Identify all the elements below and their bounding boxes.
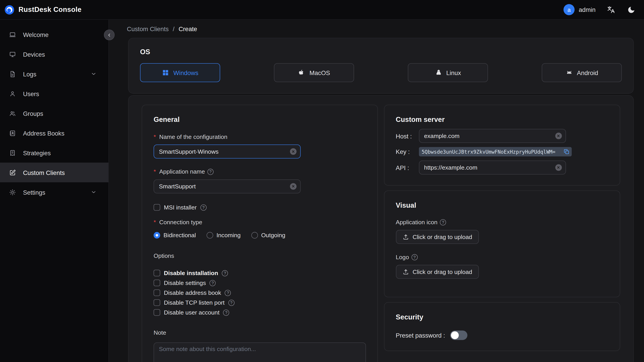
linux-penguin-icon xyxy=(435,69,442,76)
api-row: API : × xyxy=(396,160,608,174)
config-name-field: × xyxy=(154,144,301,158)
sidebar-item-custom-clients[interactable]: Custom Clients xyxy=(0,163,108,182)
config-name-input[interactable] xyxy=(154,144,301,158)
user-menu[interactable]: a admin xyxy=(564,4,596,15)
api-input[interactable] xyxy=(419,160,566,174)
sidebar-collapse-button[interactable] xyxy=(104,30,115,40)
topbar: RustDesk Console a admin xyxy=(0,0,644,20)
application-icon-label: Application icon ? xyxy=(396,219,608,225)
config-name-label: * Name of the configuration xyxy=(154,134,366,140)
translate-icon xyxy=(606,6,615,14)
sidebar-item-devices[interactable]: Devices xyxy=(0,44,108,64)
brand: RustDesk Console xyxy=(4,4,81,15)
msi-installer-checkbox[interactable] xyxy=(154,204,160,210)
required-asterisk: * xyxy=(154,219,156,225)
os-option-android[interactable]: Android xyxy=(542,63,622,82)
sidebar-item-groups[interactable]: Groups xyxy=(0,104,108,123)
api-field: × xyxy=(419,160,566,174)
android-icon xyxy=(565,69,573,76)
help-icon[interactable]: ? xyxy=(200,204,206,210)
sidebar-item-address-books[interactable]: Address Books xyxy=(0,123,108,143)
visual-title: Visual xyxy=(396,202,608,210)
help-icon[interactable]: ? xyxy=(222,270,228,276)
radio-outgoing[interactable]: Outgoing xyxy=(251,232,285,238)
disable-settings-checkbox[interactable] xyxy=(154,280,160,286)
options-checkbox-list: Disable installation ? Disable settings … xyxy=(154,268,366,318)
disable-installation-checkbox[interactable] xyxy=(154,270,160,276)
sidebar-item-users[interactable]: Users xyxy=(0,84,108,104)
radio-incoming[interactable]: Incoming xyxy=(206,232,241,238)
clear-icon[interactable]: × xyxy=(555,132,562,139)
edit-square-icon xyxy=(9,169,16,176)
theme-toggle-button[interactable] xyxy=(626,4,636,15)
key-label: Key : xyxy=(396,148,419,155)
windows-icon xyxy=(162,69,169,76)
os-option-label: MacOS xyxy=(310,69,330,76)
disable-address-book-checkbox[interactable] xyxy=(154,290,160,296)
address-book-icon xyxy=(9,130,16,136)
clear-icon[interactable]: × xyxy=(555,164,562,171)
sidebar-item-welcome[interactable]: Welcome xyxy=(0,25,108,44)
host-label: Host : xyxy=(396,132,419,139)
clear-icon[interactable]: × xyxy=(290,183,296,190)
general-section: General * Name of the configuration × * … xyxy=(142,104,378,362)
preset-password-toggle[interactable] xyxy=(450,330,467,340)
host-row: Host : × xyxy=(396,129,608,143)
app-name-label: * Application name ? xyxy=(154,168,366,175)
sidebar-item-label: Welcome xyxy=(23,31,48,38)
help-icon[interactable]: ? xyxy=(440,219,446,225)
help-icon[interactable]: ? xyxy=(223,309,229,316)
help-icon[interactable]: ? xyxy=(225,290,231,296)
required-asterisk: * xyxy=(154,168,156,175)
disable-user-account-row: Disable user account ? xyxy=(154,308,366,318)
disable-tcp-listen-port-row: Disable TCP listen port ? xyxy=(154,298,366,308)
app-icon-upload-button[interactable]: Click or drag to upload xyxy=(396,230,479,244)
topbar-right: a admin xyxy=(564,4,636,15)
breadcrumb-current: Create xyxy=(178,26,197,32)
logo-upload-button[interactable]: Click or drag to upload xyxy=(396,265,479,279)
right-column: Custom server Host : × Key : 5Qbwsde3un xyxy=(384,104,620,351)
preset-password-label: Preset password : xyxy=(396,332,445,339)
help-icon[interactable]: ? xyxy=(207,168,213,174)
app-name-input[interactable] xyxy=(154,180,301,193)
breadcrumb-parent[interactable]: Custom Clients xyxy=(127,26,168,32)
language-button[interactable] xyxy=(606,4,616,15)
general-title: General xyxy=(154,116,366,124)
key-value-box: 5Qbwsde3unUcJBtrx9ZkvUmwFNoExHzpryHuPUdq… xyxy=(419,147,572,156)
os-card-title: OS xyxy=(140,48,622,56)
clear-icon[interactable]: × xyxy=(290,148,296,155)
preset-password-row: Preset password : xyxy=(396,330,608,340)
sidebar-item-label: Devices xyxy=(23,51,45,58)
sidebar-item-label: Users xyxy=(23,90,39,97)
visual-section: Visual Application icon ? Click or drag … xyxy=(384,190,620,297)
host-input[interactable] xyxy=(419,129,566,143)
security-title: Security xyxy=(396,314,608,322)
api-label: API : xyxy=(396,164,419,171)
note-textarea[interactable] xyxy=(154,342,366,362)
help-icon[interactable]: ? xyxy=(210,280,216,286)
sidebar-item-strategies[interactable]: Strategies xyxy=(0,143,108,163)
sidebar: Welcome Devices Logs xyxy=(0,20,109,362)
help-icon[interactable]: ? xyxy=(228,300,234,306)
main-content: Custom Clients / Create OS Windows xyxy=(109,20,644,362)
sidebar-item-logs[interactable]: Logs xyxy=(0,64,108,84)
copy-icon[interactable] xyxy=(563,149,570,155)
chevron-down-icon xyxy=(90,189,97,195)
help-icon[interactable]: ? xyxy=(412,254,418,260)
note-label: Note xyxy=(154,329,366,336)
sidebar-item-label: Settings xyxy=(23,188,45,196)
os-option-linux[interactable]: Linux xyxy=(408,63,488,82)
radio-bidirectional[interactable]: Bidirectional xyxy=(154,232,196,238)
disable-address-book-row: Disable address book ? xyxy=(154,288,366,298)
chevron-down-icon xyxy=(90,70,97,77)
sidebar-item-settings[interactable]: Settings xyxy=(0,182,108,202)
security-section: Security Preset password : xyxy=(384,302,620,351)
disable-tcp-listen-port-checkbox[interactable] xyxy=(154,299,160,306)
os-option-macos[interactable]: MacOS xyxy=(274,63,354,82)
logo-label: Logo ? xyxy=(396,254,608,260)
users-group-icon xyxy=(9,110,16,117)
os-option-windows[interactable]: Windows xyxy=(140,63,220,82)
disable-user-account-checkbox[interactable] xyxy=(154,309,160,316)
upload-icon xyxy=(402,234,409,240)
key-value: 5Qbwsde3unUcJBtrx9ZkvUmwFNoExHzpryHuPUdq… xyxy=(422,149,561,154)
